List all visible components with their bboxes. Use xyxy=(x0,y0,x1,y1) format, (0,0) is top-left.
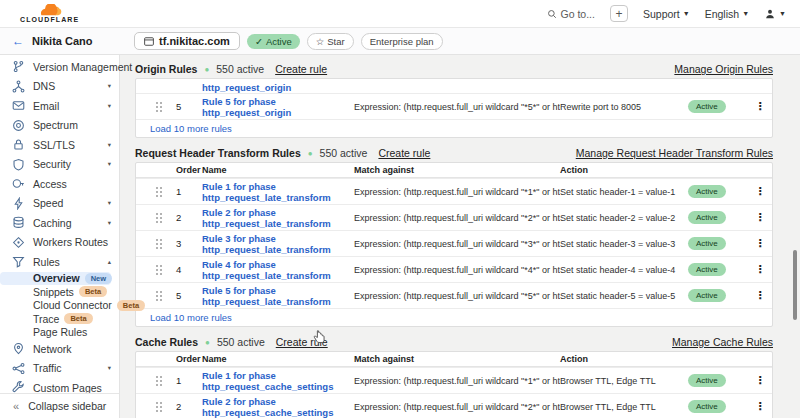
sidebar-item-label: Caching xyxy=(33,217,72,229)
badge-beta: Beta xyxy=(79,286,107,297)
add-button[interactable]: + xyxy=(610,5,628,22)
load-more-link[interactable]: Load 10 more rules xyxy=(150,312,232,323)
user-menu[interactable]: ▼ xyxy=(764,8,786,20)
status-badge-wrap: Active xyxy=(688,289,748,302)
website-icon xyxy=(144,37,154,46)
sidebar-item-email[interactable]: Email▾ xyxy=(0,96,119,116)
drag-handle-icon[interactable] xyxy=(142,238,176,250)
drag-handle-icon[interactable] xyxy=(142,290,176,302)
column-header-order: Order xyxy=(176,354,202,364)
drag-handle-icon[interactable] xyxy=(142,101,176,113)
security-icon xyxy=(12,158,25,171)
sidebar-item-speed[interactable]: Speed▾ xyxy=(0,194,119,214)
star-button[interactable]: ☆ Star xyxy=(307,33,354,50)
active-count: 550 active xyxy=(217,336,265,348)
sidebar-subitem-label: Snippets xyxy=(33,286,74,298)
rule-name-link[interactable]: Rule 1 for phasehttp_request_late_transf… xyxy=(202,181,354,203)
rule-match-expression: Expression: (http.request.full_uri wildc… xyxy=(354,291,560,301)
sidebar-item-overview[interactable]: OverviewNew xyxy=(0,272,111,286)
rule-name-link[interactable]: Rule 5 for phasehttp_request_origin xyxy=(202,96,354,118)
sidebar-item-version-management[interactable]: Version Management xyxy=(0,57,119,77)
rule-match-expression: Expression: (http.request.full_uri wildc… xyxy=(354,187,560,197)
status-badge: Active xyxy=(688,400,726,413)
sidebar-item-page-rules[interactable]: Page Rules xyxy=(0,326,111,340)
caching-icon xyxy=(12,216,25,229)
user-icon xyxy=(764,8,776,20)
brand-text: CLOUDFLARE xyxy=(20,16,79,24)
rule-name-line1: Rule 2 for phase xyxy=(202,396,354,407)
sidebar-item-workers-routes[interactable]: Workers Routes xyxy=(0,233,119,253)
kebab-menu-icon[interactable]: ⋮ xyxy=(748,237,772,250)
drag-handle-icon[interactable] xyxy=(142,186,176,198)
rule-name-line1: Rule 5 for phase xyxy=(202,96,354,107)
manage-rules-link[interactable]: Manage Origin Rules xyxy=(674,63,773,75)
plan-badge: Enterprise plan xyxy=(361,33,443,50)
rule-action: Rewrite port to 8005 xyxy=(560,102,688,112)
sidebar-item-network[interactable]: Network xyxy=(0,339,119,359)
rule-name-link[interactable]: Rule 5 for phasehttp_request_late_transf… xyxy=(202,285,354,307)
rule-name-line2: http_request_late_transform xyxy=(202,218,354,229)
sidebar-item-access[interactable]: Access xyxy=(0,174,119,194)
cache-rules-table: OrderNameMatch againstAction1Rule 1 for … xyxy=(135,351,773,418)
sidebar-item-label: Network xyxy=(33,343,72,355)
status-badge: Active xyxy=(688,289,726,302)
sidebar-item-traffic[interactable]: Traffic▾ xyxy=(0,359,119,379)
create-rule-link[interactable]: Create rule xyxy=(378,147,430,159)
rule-name-line2: http_request_cache_settings xyxy=(202,381,354,392)
support-label: Support xyxy=(643,8,680,20)
kebab-menu-icon[interactable]: ⋮ xyxy=(748,185,772,198)
drag-handle-icon[interactable] xyxy=(142,375,176,387)
email-icon xyxy=(12,99,25,112)
global-search[interactable]: Go to... xyxy=(547,8,595,20)
kebab-menu-icon[interactable]: ⋮ xyxy=(748,100,772,113)
request-header-transform-rules-table: OrderNameMatch againstAction1Rule 1 for … xyxy=(135,162,773,327)
sidebar-item-spectrum[interactable]: Spectrum xyxy=(0,116,119,136)
rule-name-line2: http_request_origin xyxy=(202,82,354,93)
sidebar-item-ssl-tls[interactable]: SSL/TLS▾ xyxy=(0,135,119,155)
manage-rules-link[interactable]: Manage Cache Rules xyxy=(672,336,773,348)
manage-rules-link[interactable]: Manage Request Header Transform Rules xyxy=(576,147,773,159)
star-icon: ☆ xyxy=(316,36,325,47)
mouse-cursor xyxy=(313,330,325,348)
cache-rules-section-header: Cache Rules●550 activeCreate ruleManage … xyxy=(135,334,773,350)
kebab-menu-icon[interactable]: ⋮ xyxy=(748,400,772,413)
rule-order: 4 xyxy=(176,264,202,275)
cloudflare-logo[interactable]: CLOUDFLARE xyxy=(20,4,79,24)
rule-match-expression: Expression: (http.request.full_uri wildc… xyxy=(354,402,560,412)
rule-name-link[interactable]: Rule 2 for phasehttp_request_late_transf… xyxy=(202,207,354,229)
kebab-menu-icon[interactable]: ⋮ xyxy=(748,263,772,276)
rule-name-line2: http_request_late_transform xyxy=(202,244,354,255)
table-row: 5Rule 5 for phasehttp_request_originExpr… xyxy=(136,93,772,119)
collapse-sidebar-button[interactable]: « Collapse sidebar xyxy=(0,393,119,418)
domain-selector[interactable]: tf.nikitac.com xyxy=(134,32,240,50)
zone-status-badge: ✓ Active xyxy=(247,34,300,49)
sidebar-item-trace[interactable]: TraceBeta xyxy=(0,312,111,326)
rule-name-link[interactable]: Rule 3 for phasehttp_request_late_transf… xyxy=(202,233,354,255)
sidebar-item-rules[interactable]: Rules▴ xyxy=(0,252,119,272)
kebab-menu-icon[interactable]: ⋮ xyxy=(748,211,772,224)
sidebar-item-dns[interactable]: DNS▾ xyxy=(0,77,119,97)
back-arrow-icon[interactable]: ← xyxy=(12,34,24,48)
top-header: CLOUDFLARE Go to... + Support ▼ English … xyxy=(0,0,800,28)
create-rule-link[interactable]: Create rule xyxy=(275,63,327,75)
sidebar-item-security[interactable]: Security▾ xyxy=(0,155,119,175)
drag-handle-icon[interactable] xyxy=(142,401,176,413)
rule-name-link[interactable]: Rule 4 for phasehttp_request_late_transf… xyxy=(202,259,354,281)
column-header-name: Name xyxy=(202,165,354,175)
status-badge-wrap: Active xyxy=(688,100,748,113)
rule-name-link[interactable]: http_request_origin xyxy=(202,82,354,93)
load-more-link[interactable]: Load 10 more rules xyxy=(150,123,232,134)
language-menu[interactable]: English ▼ xyxy=(705,8,749,20)
kebab-menu-icon[interactable]: ⋮ xyxy=(748,374,772,387)
rule-name-link[interactable]: Rule 1 for phasehttp_request_cache_setti… xyxy=(202,370,354,392)
kebab-menu-icon[interactable]: ⋮ xyxy=(748,289,772,302)
sidebar-item-caching[interactable]: Caching▾ xyxy=(0,213,119,233)
vertical-scrollbar-thumb[interactable] xyxy=(793,250,797,320)
drag-handle-icon[interactable] xyxy=(142,212,176,224)
sidebar-item-snippets[interactable]: SnippetsBeta xyxy=(0,285,111,299)
rule-name-link[interactable]: Rule 2 for phasehttp_request_cache_setti… xyxy=(202,396,354,418)
sidebar-item-cloud-connector[interactable]: Cloud ConnectorBeta xyxy=(0,299,111,313)
sidebar-item-label: Email xyxy=(33,100,59,112)
support-menu[interactable]: Support ▼ xyxy=(643,8,690,20)
drag-handle-icon[interactable] xyxy=(142,264,176,276)
